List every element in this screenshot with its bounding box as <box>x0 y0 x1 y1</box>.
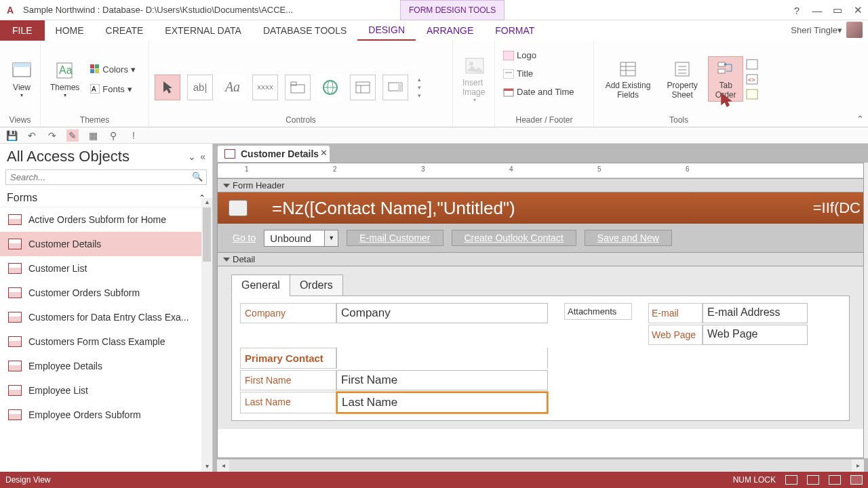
themes-button[interactable]: Aa Themes▾ <box>46 58 83 100</box>
chevron-down-icon[interactable]: ▼ <box>324 230 338 246</box>
filter-icon[interactable]: ⚲ <box>107 129 119 142</box>
email-label[interactable]: E-mail <box>648 303 703 323</box>
tab-database-tools[interactable]: DATABASE TOOLS <box>252 20 357 41</box>
form-header-section-bar[interactable]: Form Header <box>218 178 863 192</box>
insert-image-button[interactable]: Insert Image▾ <box>458 54 491 104</box>
control-combobox[interactable] <box>382 75 408 100</box>
document-tab[interactable]: Customer Details <box>217 145 330 162</box>
tab-arrange[interactable]: ARRANGE <box>416 20 484 41</box>
controls-row-up[interactable]: ▴ <box>418 76 421 83</box>
nav-collapse-icon[interactable]: « <box>200 151 205 162</box>
email-field[interactable]: E-mail Address <box>703 303 808 323</box>
tab-orders[interactable]: Orders <box>290 274 343 296</box>
nav-form-item[interactable]: Customers Form Class Example <box>0 329 212 354</box>
colors-button[interactable]: Colors ▾ <box>87 63 138 76</box>
restore-icon[interactable]: ▭ <box>827 0 848 20</box>
hscroll-left-icon[interactable]: ◂ <box>217 460 229 472</box>
design-view-icon[interactable] <box>850 475 863 485</box>
nav-item-label: Customer List <box>28 263 87 274</box>
control-tab[interactable] <box>285 75 311 100</box>
design-hscrollbar[interactable]: ◂ ▸ <box>217 460 864 472</box>
undo-icon[interactable]: ↶ <box>26 129 38 142</box>
form-view-icon[interactable] <box>785 475 797 485</box>
nav-form-item[interactable]: Customer Orders Subform <box>0 281 212 305</box>
nav-scrollbar[interactable]: ▴ ▾ <box>201 198 212 472</box>
exclaim-icon[interactable]: ! <box>127 129 140 142</box>
right-expression[interactable]: =IIf(DC <box>813 199 861 217</box>
control-button[interactable]: XXXX <box>252 75 278 100</box>
controls-row-down[interactable]: ▾ <box>418 84 421 91</box>
webpage-label[interactable]: Web Page <box>648 325 703 345</box>
controls-more[interactable]: ▾ <box>418 92 421 99</box>
minimize-icon[interactable]: — <box>807 0 827 20</box>
first-name-field[interactable]: First Name <box>336 370 548 390</box>
nav-form-item[interactable]: Customer List <box>0 256 212 281</box>
datasheet-icon[interactable]: ▦ <box>87 129 99 142</box>
svg-rect-38 <box>747 60 757 69</box>
save-and-new-button[interactable]: Save and New <box>585 230 672 246</box>
control-navigation[interactable] <box>350 75 376 100</box>
search-input[interactable] <box>5 169 207 185</box>
redo-icon[interactable]: ↷ <box>46 129 58 142</box>
fonts-button[interactable]: AFonts ▾ <box>87 83 138 96</box>
control-textbox[interactable]: ab| <box>187 75 213 100</box>
layout-view-icon[interactable] <box>829 475 841 485</box>
goto-combobox[interactable]: Unbound▼ <box>264 230 338 247</box>
subform-new-window-icon[interactable] <box>746 59 758 70</box>
view-button[interactable]: View▾ <box>5 58 38 100</box>
title-expression[interactable]: =Nz([Contact Name],"Untitled") <box>218 198 515 219</box>
tab-design[interactable]: DESIGN <box>357 20 416 41</box>
datasheet-view-icon[interactable] <box>807 475 819 485</box>
tab-general[interactable]: General <box>231 274 290 296</box>
nav-form-item[interactable]: Employee Orders Subform <box>0 403 212 427</box>
nav-form-item[interactable]: Employee Details <box>0 354 212 378</box>
svg-rect-7 <box>95 69 99 73</box>
scroll-up-icon[interactable]: ▴ <box>201 198 212 207</box>
last-name-field[interactable]: Last Name <box>336 392 548 413</box>
design-icon[interactable]: ✎ <box>66 129 79 142</box>
logo-button[interactable]: Logo <box>500 49 539 62</box>
tab-external-data[interactable]: EXTERNAL DATA <box>154 20 252 41</box>
nav-form-item[interactable]: Employee List <box>0 378 212 403</box>
company-label[interactable]: Company <box>240 303 336 323</box>
title-button[interactable]: Title <box>500 67 536 80</box>
convert-macros-icon[interactable] <box>746 89 758 100</box>
search-icon[interactable]: 🔍 <box>192 171 203 182</box>
scroll-down-icon[interactable]: ▾ <box>201 462 212 472</box>
property-sheet-button[interactable]: Property Sheet <box>659 57 705 100</box>
svg-rect-10 <box>291 85 304 93</box>
control-hyperlink[interactable] <box>317 75 343 100</box>
help-icon[interactable]: ? <box>787 0 807 20</box>
nav-form-item[interactable]: Active Orders Subform for Home <box>0 207 212 232</box>
detail-section-bar[interactable]: Detail <box>218 252 863 266</box>
view-code-icon[interactable]: <> <box>746 74 758 85</box>
last-name-label[interactable]: Last Name <box>240 392 336 413</box>
primary-contact-label[interactable]: Primary Contact <box>240 348 336 369</box>
datetime-button[interactable]: Date and Time <box>500 85 577 98</box>
company-field[interactable]: Company <box>336 303 548 323</box>
save-icon[interactable]: 💾 <box>5 129 18 142</box>
add-existing-fields-button[interactable]: Add Existing Fields <box>599 57 656 100</box>
nav-form-item[interactable]: Customer Details <box>0 232 212 256</box>
control-select[interactable] <box>155 75 180 100</box>
tab-format[interactable]: FORMAT <box>484 20 545 41</box>
email-customer-button[interactable]: E-mail Customer <box>347 230 443 246</box>
user-label[interactable]: Sheri Tingle ▾ <box>791 22 863 38</box>
tab-create[interactable]: CREATE <box>95 20 155 41</box>
nav-dropdown-icon[interactable]: ⌄ <box>188 151 196 162</box>
nav-form-item[interactable]: Customers for Data Entry Class Exa... <box>0 305 212 329</box>
tab-file[interactable]: FILE <box>0 20 45 41</box>
collapse-ribbon-icon[interactable]: ⌃ <box>856 114 864 124</box>
close-icon[interactable]: ✕ <box>848 0 868 20</box>
webpage-field[interactable]: Web Page <box>703 325 808 345</box>
tab-home[interactable]: HOME <box>45 20 95 41</box>
tab-order-button[interactable]: Tab Order <box>708 56 743 101</box>
scroll-thumb[interactable] <box>203 207 211 262</box>
hscroll-right-icon[interactable]: ▸ <box>852 460 864 472</box>
document-close-icon[interactable]: ✕ <box>320 148 328 158</box>
first-name-label[interactable]: First Name <box>240 370 336 390</box>
control-label[interactable]: Aa <box>220 75 245 100</box>
create-outlook-contact-button[interactable]: Create Outlook Contact <box>452 230 576 246</box>
attachments-label[interactable]: Attachments <box>564 303 632 320</box>
nav-category-forms[interactable]: Forms ⌃ <box>0 189 212 207</box>
